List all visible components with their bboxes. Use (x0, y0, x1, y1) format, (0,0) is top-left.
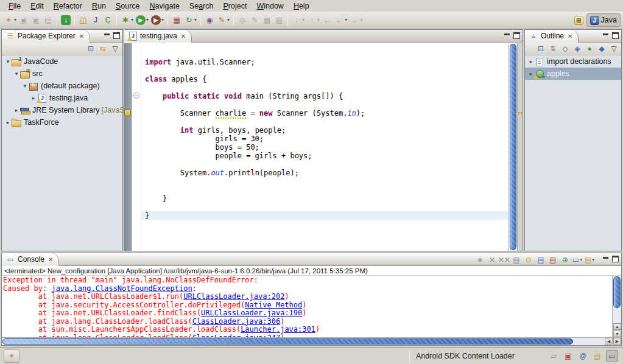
menu-search[interactable]: Search (185, 1, 219, 11)
close-icon[interactable]: ✕ (181, 33, 186, 40)
console-horizontal-scrollbar[interactable]: ◀ ▶ (2, 337, 621, 345)
remove-all-launches-icon[interactable]: ✕✕ (499, 254, 510, 265)
expander-icon[interactable]: ▾ (21, 83, 29, 89)
team-sync-icon[interactable]: ↻▾ (183, 13, 198, 27)
open-perspective-button[interactable]: ⊞ (571, 13, 586, 27)
stacktrace-link[interactable]: Native Method (245, 301, 302, 309)
expander-icon[interactable]: ▾ (13, 71, 20, 77)
link-with-editor-icon[interactable]: ⇆ (97, 44, 108, 54)
expander-icon[interactable]: ▸ (527, 58, 535, 65)
scroll-right-icon[interactable]: ▶ (613, 338, 621, 345)
warning-marker-icon[interactable] (124, 110, 131, 116)
stacktrace-link[interactable]: Launcher.java:301 (241, 325, 315, 334)
dropdown-arrow-icon[interactable]: ▾ (580, 257, 582, 262)
code-line[interactable]: people = girls + boys; (141, 152, 509, 160)
layout-trim-icon[interactable]: ▱ (547, 350, 560, 362)
dropdown-arrow-icon[interactable]: ▾ (146, 17, 149, 23)
dropdown-arrow-icon[interactable]: ▾ (360, 17, 362, 23)
tree-item-apples[interactable]: ▸▶apples (525, 68, 621, 80)
new-java-project-icon[interactable]: ◫ (77, 13, 90, 27)
expander-icon[interactable]: ▸ (13, 107, 20, 113)
dropdown-arrow-icon[interactable]: ▾ (161, 17, 164, 23)
stacktrace-link[interactable]: ClassLoader.java:306 (192, 317, 281, 326)
hide-static-members-icon[interactable]: ◈ (572, 44, 583, 54)
dropdown-arrow-icon[interactable]: ▾ (194, 17, 197, 23)
code-line[interactable]: int girls, boys, people; (141, 126, 509, 135)
menu-run[interactable]: Run (87, 1, 111, 11)
code-area[interactable]: import java.util.Scanner;class apples { … (141, 43, 509, 251)
stacktrace-link[interactable]: URLClassLoader.java:190 (201, 309, 302, 317)
java-perspective-button[interactable]: J Java (586, 13, 621, 27)
folding-margin[interactable]: – (132, 43, 141, 251)
code-line[interactable] (141, 203, 509, 211)
code-line[interactable]: import java.util.Scanner; (141, 58, 509, 66)
new-junit-test-icon[interactable]: J (90, 13, 102, 27)
code-line[interactable] (141, 117, 509, 126)
code-line[interactable] (141, 177, 509, 186)
code-line[interactable]: boys = 50; (141, 143, 509, 152)
expander-icon[interactable]: ▾ (4, 58, 12, 65)
console-monitor-icon[interactable]: ▭ (606, 350, 618, 362)
overview-ruler[interactable] (517, 43, 523, 251)
open-task-icon[interactable]: ◉ (203, 13, 216, 27)
code-line[interactable]: System.out.println(people); (141, 169, 509, 177)
hide-local-types-icon[interactable]: ◆ (596, 44, 607, 54)
show-stdout-icon[interactable]: ▤ (535, 254, 546, 265)
tray-new-wizard-icon[interactable]: ✦ (5, 350, 18, 362)
menu-source[interactable]: Source (111, 1, 145, 11)
maximize-icon[interactable] (612, 256, 619, 262)
pin-console-icon[interactable]: ⊕ (560, 254, 571, 265)
maximize-icon[interactable] (113, 32, 120, 39)
expander-icon[interactable]: ▸ (4, 119, 12, 125)
code-line[interactable]: Scanner charlie = new Scanner (System.in… (141, 109, 509, 117)
scroll-lock-icon[interactable]: ⊙ (523, 254, 534, 265)
code-line[interactable]: public static void main (String args[]) … (141, 92, 509, 100)
dropdown-arrow-icon[interactable]: ▾ (317, 17, 320, 23)
debug-icon[interactable]: ✱▾ (119, 13, 135, 27)
console-output[interactable]: Exception in thread "main" java.lang.NoC… (2, 276, 612, 337)
close-icon[interactable]: ✕ (48, 256, 53, 263)
code-line[interactable]: } (141, 194, 509, 203)
tree-item-jre-system-library[interactable]: ▸JRE System Library[JavaSE-1. (2, 104, 122, 116)
code-line[interactable] (141, 186, 509, 194)
coverage-icon[interactable]: ▦ (171, 13, 183, 27)
view-menu-icon[interactable]: ▽ (608, 44, 619, 54)
web-at-icon[interactable]: @ (577, 350, 589, 362)
tree-item-taskforce[interactable]: ▸TaskForce (2, 116, 122, 128)
code-line[interactable]: class apples { (141, 75, 509, 83)
dropdown-arrow-icon[interactable]: ▾ (302, 17, 304, 23)
view-menu-icon[interactable]: ▽ (110, 44, 121, 54)
tree-item-import-declarations[interactable]: ▸import declarations (525, 55, 621, 68)
javadoc-wizard-icon[interactable]: ✎▾ (216, 13, 231, 27)
hide-fields-icon[interactable]: ◇ (560, 44, 571, 54)
menu-window[interactable]: Window (252, 1, 288, 11)
scrollbar-thumb[interactable] (510, 44, 516, 250)
close-icon[interactable]: ✕ (568, 33, 572, 40)
show-stderr-icon[interactable]: ▤ (547, 254, 558, 265)
code-line[interactable]: girls = 30; (141, 135, 509, 143)
tree-item-javacode[interactable]: ▾JavaCode (2, 55, 122, 68)
minimize-icon[interactable] (602, 32, 609, 39)
scrollbar-thumb[interactable] (613, 276, 621, 308)
back-icon[interactable]: ←▾ (333, 13, 348, 27)
tree-item--default-package-[interactable]: ▾(default package) (2, 80, 122, 92)
menu-file[interactable]: File (4, 1, 26, 11)
code-line[interactable]: } (141, 211, 509, 220)
run-icon[interactable]: ▶▾ (135, 13, 150, 27)
editor-vertical-scrollbar[interactable] (509, 43, 517, 251)
sort-icon[interactable]: ⇅ (547, 44, 558, 54)
menu-project[interactable]: Project (218, 1, 252, 11)
scrollbar-thumb[interactable] (2, 338, 573, 345)
editor-tab-testing-java[interactable]: testing.java ✕ (124, 30, 192, 43)
dropdown-arrow-icon[interactable]: ▾ (345, 17, 347, 23)
collapse-all-icon[interactable]: ⊟ (535, 44, 546, 54)
last-edit-location-icon[interactable]: ← (321, 13, 333, 27)
maximize-icon[interactable] (612, 32, 619, 39)
android-sdk-manager-icon[interactable]: ↓ (60, 13, 72, 27)
run-external-tools-icon[interactable]: ▶▾ (150, 13, 165, 27)
minimize-icon[interactable] (504, 32, 510, 39)
new-java-class-icon[interactable]: C (102, 13, 114, 27)
dropdown-arrow-icon[interactable]: ▾ (592, 257, 594, 262)
overview-warning-marker[interactable] (518, 112, 522, 114)
tree-item-src[interactable]: ▾src (2, 68, 122, 80)
